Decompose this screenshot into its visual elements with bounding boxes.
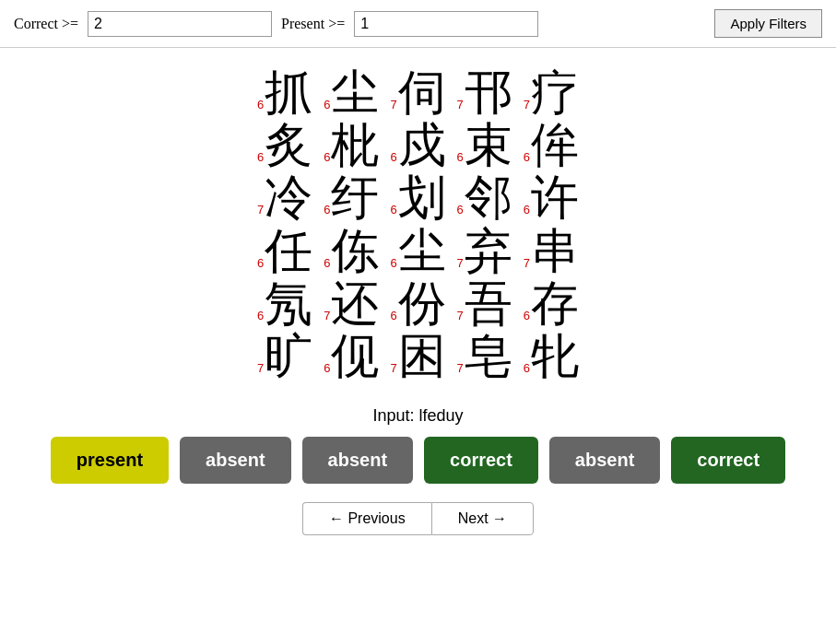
char-glyph[interactable]: 串: [531, 225, 579, 277]
char-number: 6: [524, 203, 530, 217]
char-glyph[interactable]: 邻: [465, 171, 512, 224]
char-glyph[interactable]: 尘: [331, 66, 379, 119]
char-glyph[interactable]: 束: [465, 119, 512, 171]
char-number: 6: [457, 203, 464, 217]
char-group: 6束: [457, 119, 512, 171]
char-group: 6伣: [324, 330, 379, 382]
char-glyph[interactable]: 任: [265, 225, 312, 277]
char-number: 6: [324, 203, 330, 217]
char-number: 6: [524, 309, 530, 323]
char-glyph[interactable]: 纡: [331, 171, 379, 224]
char-group: 6划: [390, 171, 445, 224]
char-number: 7: [390, 361, 396, 376]
char-glyph[interactable]: 弃: [465, 225, 512, 277]
char-glyph[interactable]: 㑈: [331, 225, 379, 277]
char-group: 7疗: [524, 66, 579, 119]
char-number: 6: [457, 150, 464, 165]
char-group: 6份: [390, 277, 445, 330]
char-group: 7旷: [257, 330, 312, 382]
char-number: 7: [457, 256, 464, 271]
char-group: 6存: [524, 277, 579, 330]
char-group: 6任: [257, 225, 312, 277]
char-number: 6: [257, 256, 264, 271]
char-group: 6枇: [324, 119, 379, 171]
nav-row: ← Previous Next →: [0, 502, 836, 535]
char-group: 6许: [524, 171, 579, 224]
char-number: 6: [524, 150, 530, 165]
char-number: 7: [524, 256, 530, 271]
vote-button-correct-5[interactable]: correct: [671, 437, 785, 484]
char-row: 6抓6尘7伺7邗7疗: [252, 66, 584, 119]
char-group: 6氖: [257, 277, 312, 330]
char-glyph[interactable]: 侔: [531, 119, 579, 171]
char-number: 6: [257, 150, 264, 165]
next-button[interactable]: Next →: [431, 502, 534, 535]
char-glyph[interactable]: 旷: [265, 330, 312, 382]
char-group: 7伺: [390, 66, 445, 119]
char-number: 7: [257, 203, 264, 217]
char-row: 7冷6纡6划6邻6许: [252, 171, 584, 224]
character-grid: 6抓6尘7伺7邗7疗6炙6枇6戍6束6侔7冷6纡6划6邻6许6任6㑈6尘7弃7串…: [0, 48, 836, 392]
correct-input[interactable]: [88, 11, 272, 37]
char-glyph[interactable]: 困: [398, 330, 446, 382]
char-glyph[interactable]: 许: [531, 171, 579, 224]
char-group: 6侔: [524, 119, 579, 171]
char-group: 6戍: [390, 119, 445, 171]
vote-button-present-0[interactable]: present: [51, 437, 169, 484]
char-number: 6: [390, 150, 396, 165]
char-glyph[interactable]: 伺: [398, 66, 446, 119]
vote-button-absent-2[interactable]: absent: [302, 437, 413, 484]
char-glyph[interactable]: 还: [331, 277, 379, 330]
char-row: 6炙6枇6戍6束6侔: [252, 119, 584, 171]
char-number: 6: [524, 361, 530, 376]
char-glyph[interactable]: 牝: [531, 330, 579, 382]
previous-button[interactable]: ← Previous: [302, 502, 431, 535]
char-number: 7: [457, 309, 464, 323]
char-number: 7: [390, 98, 396, 112]
char-number: 7: [457, 361, 464, 376]
char-number: 6: [390, 203, 396, 217]
present-input[interactable]: [354, 11, 538, 37]
char-number: 6: [324, 361, 330, 376]
filter-bar: Correct >= Present >= Apply Filters: [0, 0, 836, 48]
char-group: 7还: [324, 277, 379, 330]
char-group: 7困: [390, 330, 445, 382]
char-group: 7弃: [457, 225, 512, 277]
char-glyph[interactable]: 戍: [398, 119, 446, 171]
char-glyph[interactable]: 划: [398, 171, 446, 224]
char-glyph[interactable]: 份: [398, 277, 446, 330]
char-glyph[interactable]: 冷: [265, 171, 312, 224]
char-group: 7串: [524, 225, 579, 277]
apply-filters-button[interactable]: Apply Filters: [714, 9, 822, 38]
char-group: 6尘: [324, 66, 379, 119]
char-number: 6: [390, 309, 396, 323]
char-glyph[interactable]: 枇: [331, 119, 379, 171]
char-row: 6氖7还6份7吾6存: [252, 277, 584, 330]
vote-button-correct-3[interactable]: correct: [424, 437, 538, 484]
vote-buttons-row: presentabsentabsentcorrectabsentcorrect: [0, 437, 836, 484]
char-number: 7: [257, 361, 264, 376]
char-glyph[interactable]: 疗: [531, 66, 579, 119]
char-group: 7皂: [457, 330, 512, 382]
char-glyph[interactable]: 抓: [265, 66, 312, 119]
vote-button-absent-4[interactable]: absent: [549, 437, 660, 484]
char-glyph[interactable]: 邗: [465, 66, 512, 119]
char-glyph[interactable]: 尘: [398, 225, 446, 277]
char-number: 6: [257, 98, 264, 112]
char-group: 6邻: [457, 171, 512, 224]
vote-button-absent-1[interactable]: absent: [180, 437, 290, 484]
char-group: 7冷: [257, 171, 312, 224]
char-number: 6: [324, 98, 330, 112]
correct-label: Correct >=: [14, 16, 78, 32]
char-row: 7旷6伣7困7皂6牝: [252, 330, 584, 382]
char-group: 6牝: [524, 330, 579, 382]
char-glyph[interactable]: 吾: [465, 277, 512, 330]
char-glyph[interactable]: 炙: [265, 119, 312, 171]
char-glyph[interactable]: 伣: [331, 330, 379, 382]
char-group: 7邗: [457, 66, 512, 119]
char-glyph[interactable]: 存: [531, 277, 579, 330]
present-label: Present >=: [281, 16, 345, 32]
char-number: 6: [390, 256, 396, 271]
char-glyph[interactable]: 皂: [465, 330, 512, 382]
char-glyph[interactable]: 氖: [265, 277, 312, 330]
